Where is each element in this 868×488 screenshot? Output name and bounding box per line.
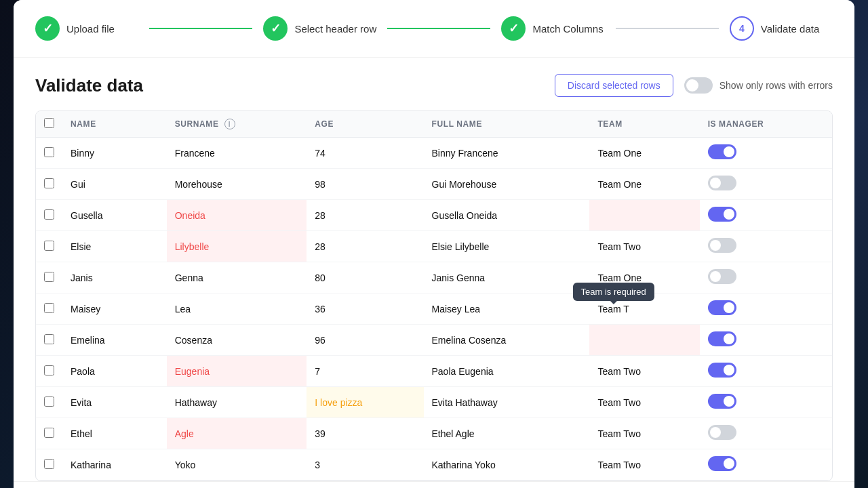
cell-age: 96 — [307, 325, 423, 356]
check-icon-match: ✓ — [509, 21, 519, 36]
cell-surname: Hathaway — [167, 387, 307, 418]
cell-name: Emelina — [62, 325, 167, 356]
ismanager-toggle[interactable] — [708, 394, 736, 409]
cell-ismanager — [700, 387, 832, 418]
cell-age: I love pizza — [307, 387, 423, 418]
cell-age: 36 — [307, 293, 423, 325]
row-checkbox[interactable] — [44, 428, 54, 438]
cell-name: Evita — [62, 387, 167, 418]
cell-age: 28 — [307, 231, 423, 262]
step-validate: 4 Validate data — [730, 16, 833, 41]
check-icon-upload: ✓ — [43, 21, 53, 36]
col-surname-label: SURNAME — [175, 119, 219, 129]
ismanager-toggle[interactable] — [708, 456, 736, 471]
cell-fullname: Gui Morehouse — [424, 169, 590, 200]
cell-fullname: Katharina Yoko — [424, 449, 590, 481]
ismanager-toggle[interactable] — [708, 425, 736, 440]
cell-name: Katharina — [62, 449, 167, 481]
ismanager-toggle[interactable] — [708, 207, 736, 222]
show-errors-slider — [684, 77, 713, 94]
cell-name: Paola — [62, 356, 167, 387]
ismanager-toggle[interactable] — [708, 331, 736, 346]
row-checkbox[interactable] — [44, 272, 54, 282]
modal-container: ✓ Upload file ✓ Select header row ✓ Matc… — [14, 0, 854, 488]
step-label-validate: Validate data — [761, 23, 819, 35]
ismanager-toggle[interactable] — [708, 144, 736, 159]
cell-ismanager — [700, 231, 832, 262]
select-all-checkbox[interactable] — [44, 118, 54, 128]
row-checkbox-cell — [36, 387, 62, 418]
cell-ismanager — [700, 293, 832, 325]
row-checkbox[interactable] — [44, 459, 54, 469]
cell-ismanager — [700, 356, 832, 387]
ismanager-toggle[interactable] — [708, 269, 736, 284]
cell-name: Ethel — [62, 418, 167, 449]
show-errors-toggle-container: Show only rows with errors — [684, 77, 833, 94]
step-number-validate: 4 — [739, 23, 745, 34]
cell-ismanager — [700, 200, 832, 231]
cell-team: Team Two — [589, 387, 699, 418]
row-checkbox-cell — [36, 325, 62, 356]
step-label-header: Select header row — [294, 23, 376, 35]
ismanager-toggle[interactable] — [708, 300, 736, 315]
data-table-wrapper: NAME SURNAME i AGE FULL NAME — [35, 110, 833, 481]
discard-selected-rows-button[interactable]: Discard selected rows — [555, 74, 673, 97]
cell-age: 3 — [307, 449, 423, 481]
cell-team: Team Two — [589, 418, 699, 449]
cell-fullname: Evita Hathaway — [424, 387, 590, 418]
cell-surname: Yoko — [167, 449, 307, 481]
row-checkbox-cell — [36, 169, 62, 200]
cell-surname: Francene — [167, 138, 307, 169]
cell-surname: Lea — [167, 293, 307, 325]
cell-fullname: Paola Eugenia — [424, 356, 590, 387]
col-fullname-label: FULL NAME — [432, 119, 483, 129]
step-label-upload: Upload file — [66, 23, 115, 35]
tooltip-wrapper-team: Team TTeam is required — [597, 304, 629, 314]
step-upload: ✓ Upload file — [35, 16, 138, 41]
ismanager-slider — [708, 394, 736, 409]
step-line-1 — [149, 28, 252, 29]
cell-name: Elsie — [62, 231, 167, 262]
row-checkbox[interactable] — [44, 396, 54, 407]
row-checkbox[interactable] — [44, 147, 54, 157]
cell-team: Team Two — [589, 231, 699, 262]
row-checkbox[interactable] — [44, 241, 54, 251]
ismanager-slider — [708, 269, 736, 284]
col-age-label: AGE — [315, 119, 334, 129]
cell-age: 98 — [307, 169, 423, 200]
ismanager-toggle[interactable] — [708, 363, 736, 378]
step-header: ✓ Select header row — [263, 16, 376, 41]
show-errors-label: Show only rows with errors — [719, 80, 833, 91]
row-checkbox[interactable] — [44, 209, 54, 220]
cell-ismanager — [700, 418, 832, 449]
col-team-label: TEAM — [597, 119, 622, 129]
row-checkbox[interactable] — [44, 365, 54, 375]
ismanager-slider — [708, 238, 736, 253]
step-circle-match: ✓ — [501, 16, 526, 41]
col-ismanager-label: IS MANAGER — [708, 119, 764, 129]
table-head: NAME SURNAME i AGE FULL NAME — [36, 111, 832, 138]
show-errors-toggle[interactable] — [684, 77, 713, 94]
ismanager-slider — [708, 144, 736, 159]
cell-fullname: Elsie Lilybelle — [424, 231, 590, 262]
row-checkbox[interactable] — [44, 303, 54, 313]
col-team: TEAM — [589, 111, 699, 138]
table-row: JanisGenna80Janis GennaTeam One — [36, 262, 832, 293]
row-checkbox[interactable] — [44, 178, 54, 188]
ismanager-toggle[interactable] — [708, 176, 736, 190]
cell-team: Team Two — [589, 449, 699, 481]
cell-age: 80 — [307, 262, 423, 293]
table-row: GusellaOneida28Gusella Oneida — [36, 200, 832, 231]
cell-fullname: Maisey Lea — [424, 293, 590, 325]
info-icon-surname[interactable]: i — [224, 119, 235, 129]
ismanager-slider — [708, 363, 736, 378]
ismanager-slider — [708, 425, 736, 440]
ismanager-toggle[interactable] — [708, 238, 736, 253]
row-checkbox-cell — [36, 356, 62, 387]
row-checkbox[interactable] — [44, 334, 54, 344]
cell-name: Gui — [62, 169, 167, 200]
row-checkbox-cell — [36, 138, 62, 169]
cell-age: 7 — [307, 356, 423, 387]
cell-team: Team One — [589, 138, 699, 169]
ismanager-slider — [708, 456, 736, 471]
